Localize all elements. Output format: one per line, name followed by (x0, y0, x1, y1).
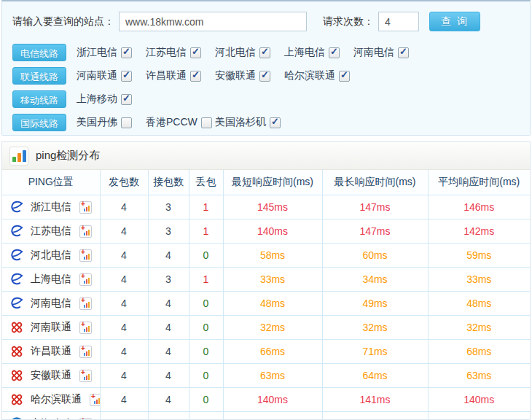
loss-count: 1 (189, 412, 223, 420)
line-item-checkbox[interactable] (121, 117, 132, 128)
line-item-label: 香港PCCW (146, 116, 197, 129)
table-header-row: PING位置发包数接包数丢包最短响应时间(ms)最长响应时间(ms)平均响应时间… (2, 170, 530, 195)
line-groups: 电信线路 浙江电信 江苏电信 河北电信 上海电信 河南电信 联通线路 河南联通 … (12, 43, 521, 132)
add-to-chart-icon[interactable]: + (79, 370, 92, 382)
line-group-row: 移动线路 上海移动 (12, 90, 521, 109)
line-item-checkbox[interactable] (121, 94, 132, 105)
line-item-checkbox[interactable] (121, 47, 132, 58)
loss-count: 0 (189, 340, 223, 364)
line-checkbox-item: 香港PCCW (146, 116, 215, 129)
avg-time: 63ms (428, 364, 530, 388)
line-item-label: 哈尔滨联通 (284, 69, 335, 82)
min-time: 32ms (223, 316, 322, 340)
max-time: 73ms (322, 412, 428, 420)
sent-count: 4 (100, 340, 148, 364)
column-header: PING位置 (2, 170, 100, 195)
column-header: 平均响应时间(ms) (428, 170, 530, 195)
china-unicom-icon (9, 344, 24, 359)
location-name: 江苏电信 (31, 225, 71, 238)
add-to-chart-icon[interactable]: + (79, 298, 92, 310)
line-item-checkbox[interactable] (190, 47, 201, 58)
line-group-row: 国际线路 美国丹佛 香港PCCW 美国洛杉矶 (12, 113, 521, 132)
line-item-checkbox[interactable] (190, 71, 201, 82)
min-time: 48ms (223, 292, 322, 316)
line-item-checkbox[interactable] (398, 47, 409, 58)
column-header: 接包数 (148, 170, 189, 195)
line-group-button-mobile[interactable]: 移动线路 (12, 90, 66, 108)
avg-time: 33ms (428, 268, 530, 292)
line-group-button-telecom[interactable]: 电信线路 (12, 44, 66, 61)
min-time: 63ms (223, 364, 322, 388)
china-telecom-icon (9, 248, 24, 262)
line-item-checkbox[interactable] (201, 117, 212, 128)
line-checkbox-item: 河南联通 (77, 69, 146, 82)
sent-count: 4 (100, 219, 148, 244)
request-count-label: 请求次数： (323, 15, 374, 28)
column-header: 丢包 (189, 170, 223, 195)
sent-count: 4 (100, 316, 148, 340)
query-row: 请输入要查询的站点： 请求次数： 查 询 (12, 12, 521, 31)
add-to-chart-icon[interactable]: + (79, 322, 92, 334)
line-checkbox-item: 河南电信 (353, 46, 423, 59)
line-checkbox-item: 浙江电信 (77, 46, 146, 59)
max-time: 32ms (322, 316, 428, 340)
table-row: 哈尔滨联通 + 4 4 0 140ms 141ms 140ms (2, 388, 530, 412)
table-row: 上海移动 + 4 3 1 58ms 73ms 63ms (2, 412, 530, 420)
column-header: 发包数 (100, 170, 148, 195)
loss-count: 0 (189, 364, 223, 388)
line-checkbox-item: 上海移动 (77, 93, 146, 106)
add-to-chart-icon[interactable]: + (79, 346, 92, 358)
line-checkbox-item: 江苏电信 (146, 46, 215, 59)
loss-count: 1 (189, 268, 223, 292)
received-count: 3 (148, 412, 189, 420)
line-item-checkbox[interactable] (329, 47, 340, 58)
search-button[interactable]: 查 询 (429, 12, 480, 31)
add-to-chart-icon[interactable]: + (79, 418, 92, 420)
sent-count: 4 (100, 364, 148, 388)
received-count: 4 (148, 316, 189, 340)
received-count: 4 (148, 340, 189, 364)
loss-count: 0 (189, 388, 223, 412)
line-group-button-unicom[interactable]: 联通线路 (12, 67, 66, 85)
add-to-chart-icon[interactable]: + (79, 201, 92, 214)
column-header: 最短响应时间(ms) (223, 170, 322, 195)
location-name: 上海移动 (31, 417, 71, 420)
line-item-checkbox[interactable] (339, 71, 350, 82)
add-to-chart-icon[interactable]: + (79, 249, 92, 262)
column-header: 最长响应时间(ms) (322, 170, 428, 195)
line-item-checkbox[interactable] (259, 71, 270, 82)
avg-time: 63ms (428, 412, 530, 420)
line-item-checkbox[interactable] (121, 71, 132, 82)
table-row: 上海电信 + 4 3 1 33ms 34ms 33ms (2, 268, 530, 292)
loss-count: 0 (189, 316, 223, 340)
site-input[interactable] (119, 12, 307, 31)
add-to-chart-icon[interactable]: + (79, 273, 92, 286)
max-time: 147ms (322, 219, 428, 244)
received-count: 4 (148, 292, 189, 316)
table-row: 河北电信 + 4 4 0 58ms 60ms 59ms (2, 244, 530, 268)
loss-count: 0 (189, 292, 223, 316)
line-checkbox-item: 美国丹佛 (77, 116, 146, 129)
china-telecom-icon (9, 272, 24, 287)
line-item-label: 河南电信 (353, 46, 394, 59)
received-count: 3 (148, 219, 189, 244)
query-panel: 请输入要查询的站点： 请求次数： 查 询 电信线路 浙江电信 江苏电信 河北电信… (1, 0, 531, 136)
line-group-button-international[interactable]: 国际线路 (12, 114, 66, 131)
received-count: 4 (148, 244, 189, 268)
line-item-label: 河北电信 (215, 46, 256, 59)
sent-count: 4 (100, 244, 148, 268)
line-item-label: 上海移动 (77, 93, 117, 106)
line-item-checkbox[interactable] (270, 117, 281, 128)
max-time: 60ms (322, 244, 428, 268)
max-time: 71ms (322, 340, 428, 364)
received-count: 4 (148, 388, 189, 412)
add-to-chart-icon[interactable]: + (79, 225, 92, 238)
add-to-chart-icon[interactable]: + (90, 394, 100, 406)
line-item-checkbox[interactable] (259, 47, 270, 58)
line-checkbox-item: 河北电信 (215, 46, 284, 59)
avg-time: 140ms (428, 388, 530, 412)
request-count-input[interactable] (378, 12, 419, 31)
loss-count: 1 (189, 195, 223, 219)
china-unicom-icon (9, 320, 24, 335)
table-row: 安徽联通 + 4 4 0 63ms 64ms 63ms (2, 364, 530, 388)
